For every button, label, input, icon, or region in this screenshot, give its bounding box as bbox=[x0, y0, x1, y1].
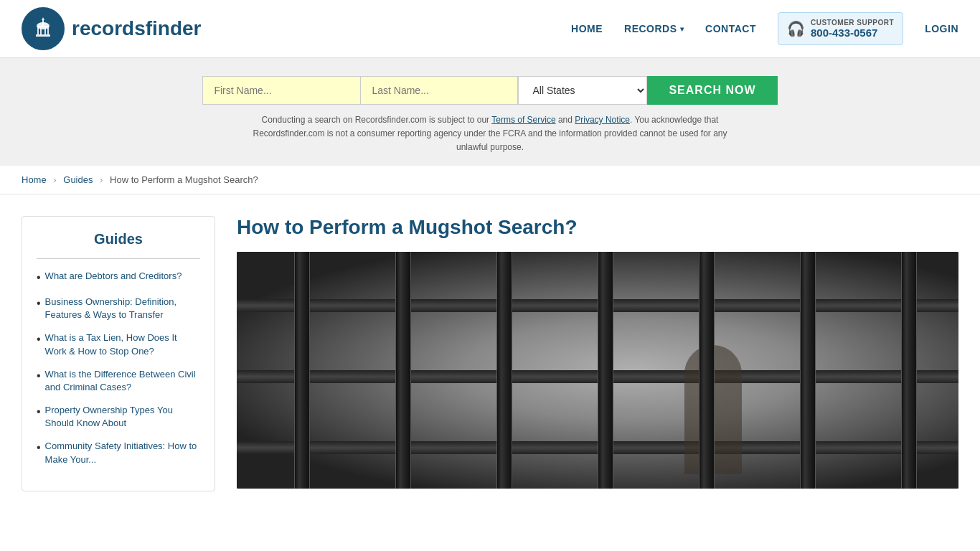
sidebar-list-item: Property Ownership Types You Should Know… bbox=[37, 404, 200, 430]
breadcrumb-home[interactable]: Home bbox=[22, 174, 47, 185]
breadcrumb-sep-1: › bbox=[53, 174, 56, 185]
breadcrumb-sep-2: › bbox=[100, 174, 103, 185]
site-header: recordsfinder HOME RECORDS ▾ CONTACT 🎧 C… bbox=[0, 0, 980, 58]
sidebar-title: Guides bbox=[37, 231, 200, 259]
search-button[interactable]: SEARCH NOW bbox=[647, 76, 777, 105]
terms-of-service-link[interactable]: Terms of Service bbox=[491, 115, 555, 125]
state-select[interactable]: All StatesAlabamaAlaskaArizonaArkansasCa… bbox=[518, 76, 647, 105]
sidebar-link[interactable]: What is a Tax Lien, How Does It Work & H… bbox=[45, 331, 200, 357]
privacy-notice-link[interactable]: Privacy Notice bbox=[575, 115, 630, 125]
logo-area: recordsfinder bbox=[22, 7, 202, 50]
sidebar-link[interactable]: Property Ownership Types You Should Know… bbox=[45, 404, 200, 430]
main-nav: HOME RECORDS ▾ CONTACT 🎧 CUSTOMER SUPPOR… bbox=[571, 12, 958, 45]
chevron-down-icon: ▾ bbox=[680, 25, 684, 33]
svg-rect-8 bbox=[42, 20, 44, 26]
headphone-icon: 🎧 bbox=[787, 20, 805, 37]
svg-rect-5 bbox=[44, 27, 46, 34]
sidebar-list-item: Business Ownership: Definition, Features… bbox=[37, 296, 200, 321]
nav-contact[interactable]: CONTACT bbox=[705, 23, 756, 34]
support-label: CUSTOMER SUPPORT bbox=[811, 19, 894, 27]
nav-records[interactable]: RECORDS ▾ bbox=[624, 23, 684, 34]
customer-support-button[interactable]: 🎧 CUSTOMER SUPPORT 800-433-0567 bbox=[778, 12, 903, 45]
sidebar-link[interactable]: Business Ownership: Definition, Features… bbox=[45, 296, 200, 321]
jail-bars-graphic bbox=[237, 252, 958, 489]
breadcrumb: Home › Guides › How to Perform a Mugshot… bbox=[0, 166, 980, 194]
article-title: How to Perform a Mugshot Search? bbox=[237, 216, 958, 239]
last-name-input[interactable] bbox=[360, 76, 518, 105]
sidebar-list-item: What is a Tax Lien, How Does It Work & H… bbox=[37, 331, 200, 357]
search-section: All StatesAlabamaAlaskaArizonaArkansasCa… bbox=[0, 58, 980, 166]
svg-rect-3 bbox=[37, 27, 39, 34]
support-number: 800-433-0567 bbox=[811, 27, 894, 39]
breadcrumb-current: How to Perform a Mugshot Search? bbox=[110, 174, 258, 185]
article-hero-image bbox=[237, 252, 958, 489]
sidebar-link[interactable]: What is the Difference Between Civil and… bbox=[45, 368, 200, 394]
svg-rect-6 bbox=[47, 27, 49, 34]
svg-rect-2 bbox=[37, 26, 49, 27]
sidebar-link[interactable]: Community Safety Initiatives: How to Mak… bbox=[45, 440, 200, 466]
breadcrumb-guides[interactable]: Guides bbox=[63, 174, 93, 185]
first-name-input[interactable] bbox=[202, 76, 360, 105]
sidebar-list: What are Debtors and Creditors?Business … bbox=[37, 270, 200, 466]
sidebar: Guides What are Debtors and Creditors?Bu… bbox=[22, 216, 215, 491]
article-area: How to Perform a Mugshot Search? bbox=[237, 216, 958, 491]
sidebar-list-item: Community Safety Initiatives: How to Mak… bbox=[37, 440, 200, 466]
svg-rect-7 bbox=[36, 34, 50, 37]
logo-icon bbox=[22, 7, 65, 50]
nav-login[interactable]: LOGIN bbox=[925, 23, 958, 34]
sidebar-list-item: What is the Difference Between Civil and… bbox=[37, 368, 200, 394]
support-text: CUSTOMER SUPPORT 800-433-0567 bbox=[811, 19, 894, 39]
nav-home[interactable]: HOME bbox=[571, 23, 603, 34]
sidebar-link[interactable]: What are Debtors and Creditors? bbox=[45, 270, 182, 283]
search-bar: All StatesAlabamaAlaskaArizonaArkansasCa… bbox=[202, 76, 777, 105]
sidebar-list-item: What are Debtors and Creditors? bbox=[37, 270, 200, 286]
main-content: Guides What are Debtors and Creditors?Bu… bbox=[0, 194, 980, 491]
logo-text: recordsfinder bbox=[72, 17, 202, 40]
search-disclaimer: Conducting a search on Recordsfinder.com… bbox=[239, 113, 741, 155]
svg-rect-4 bbox=[40, 27, 42, 34]
